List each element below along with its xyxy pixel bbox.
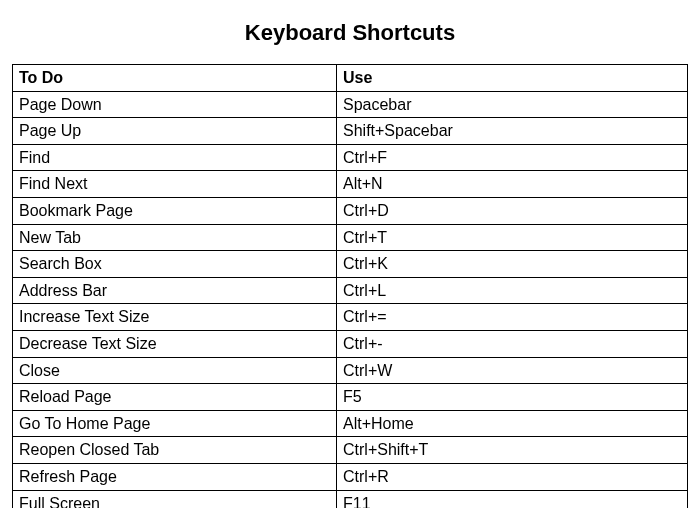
table-row: New TabCtrl+T [13, 224, 688, 251]
cell-key: F5 [337, 384, 688, 411]
header-key: Use [337, 65, 688, 92]
table-row: Bookmark PageCtrl+D [13, 197, 688, 224]
cell-action: New Tab [13, 224, 337, 251]
cell-action: Find [13, 144, 337, 171]
table-row: Go To Home PageAlt+Home [13, 410, 688, 437]
cell-action: Reopen Closed Tab [13, 437, 337, 464]
table-row: Reload PageF5 [13, 384, 688, 411]
cell-key: Ctrl+- [337, 330, 688, 357]
cell-action: Increase Text Size [13, 304, 337, 331]
cell-action: Close [13, 357, 337, 384]
shortcuts-table: To Do Use Page DownSpacebarPage UpShift+… [12, 64, 688, 508]
cell-action: Page Up [13, 118, 337, 145]
cell-key: Shift+Spacebar [337, 118, 688, 145]
table-row: Refresh PageCtrl+R [13, 463, 688, 490]
cell-action: Decrease Text Size [13, 330, 337, 357]
cell-action: Full Screen [13, 490, 337, 508]
cell-key: Ctrl+= [337, 304, 688, 331]
table-row: FindCtrl+F [13, 144, 688, 171]
cell-action: Page Down [13, 91, 337, 118]
cell-action: Search Box [13, 251, 337, 278]
cell-key: Ctrl+T [337, 224, 688, 251]
table-row: Reopen Closed TabCtrl+Shift+T [13, 437, 688, 464]
cell-key: Ctrl+R [337, 463, 688, 490]
table-header-row: To Do Use [13, 65, 688, 92]
cell-action: Address Bar [13, 277, 337, 304]
cell-action: Refresh Page [13, 463, 337, 490]
table-row: Address BarCtrl+L [13, 277, 688, 304]
cell-key: Alt+Home [337, 410, 688, 437]
cell-key: F11 [337, 490, 688, 508]
table-row: Find NextAlt+N [13, 171, 688, 198]
table-row: Page DownSpacebar [13, 91, 688, 118]
cell-key: Alt+N [337, 171, 688, 198]
table-row: Page UpShift+Spacebar [13, 118, 688, 145]
cell-action: Go To Home Page [13, 410, 337, 437]
table-row: Full ScreenF11 [13, 490, 688, 508]
cell-key: Ctrl+L [337, 277, 688, 304]
cell-action: Find Next [13, 171, 337, 198]
table-row: CloseCtrl+W [13, 357, 688, 384]
header-action: To Do [13, 65, 337, 92]
cell-key: Ctrl+K [337, 251, 688, 278]
cell-key: Spacebar [337, 91, 688, 118]
page-title: Keyboard Shortcuts [12, 20, 688, 46]
cell-key: Ctrl+D [337, 197, 688, 224]
table-row: Search BoxCtrl+K [13, 251, 688, 278]
cell-key: Ctrl+Shift+T [337, 437, 688, 464]
table-row: Decrease Text SizeCtrl+- [13, 330, 688, 357]
cell-key: Ctrl+W [337, 357, 688, 384]
cell-key: Ctrl+F [337, 144, 688, 171]
cell-action: Reload Page [13, 384, 337, 411]
table-row: Increase Text SizeCtrl+= [13, 304, 688, 331]
cell-action: Bookmark Page [13, 197, 337, 224]
